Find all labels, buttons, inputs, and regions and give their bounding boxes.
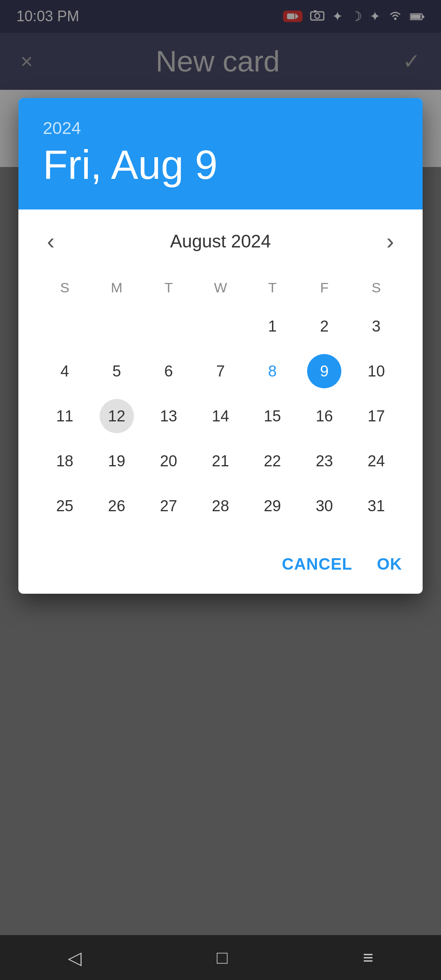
dialog-footer: CANCEL OK bbox=[18, 543, 423, 594]
date-year: 2024 bbox=[43, 118, 398, 138]
week-row-3: 11 12 13 14 15 16 17 bbox=[39, 396, 402, 437]
day-22[interactable]: 22 bbox=[247, 441, 298, 481]
day-26[interactable]: 26 bbox=[91, 486, 143, 526]
weekday-tue: T bbox=[143, 273, 194, 302]
day-8[interactable]: 8 bbox=[247, 351, 298, 392]
calendar-grid: S M T W T F S 1 2 3 4 5 bbox=[39, 273, 402, 526]
day-15[interactable]: 15 bbox=[247, 396, 298, 437]
day-25[interactable]: 25 bbox=[39, 486, 91, 526]
weekday-fri: F bbox=[298, 273, 350, 302]
menu-button[interactable]: ≡ bbox=[363, 947, 374, 968]
day-14[interactable]: 14 bbox=[194, 396, 246, 437]
week-row-4: 18 19 20 21 22 23 24 bbox=[39, 441, 402, 481]
prev-month-button[interactable]: ‹ bbox=[39, 226, 63, 257]
date-picker-dialog: 2024 Fri, Aug 9 ‹ August 2024 › S M T W … bbox=[18, 98, 423, 594]
day-empty-4 bbox=[194, 306, 246, 347]
date-display: Fri, Aug 9 bbox=[43, 142, 398, 187]
day-31[interactable]: 31 bbox=[350, 486, 402, 526]
day-empty-1 bbox=[39, 306, 91, 347]
week-row-1: 1 2 3 bbox=[39, 306, 402, 347]
day-24[interactable]: 24 bbox=[350, 441, 402, 481]
day-21[interactable]: 21 bbox=[194, 441, 246, 481]
back-button[interactable]: ◁ bbox=[68, 947, 82, 968]
day-27[interactable]: 27 bbox=[143, 486, 194, 526]
day-empty-2 bbox=[91, 306, 143, 347]
day-11[interactable]: 11 bbox=[39, 396, 91, 437]
day-20[interactable]: 20 bbox=[143, 441, 194, 481]
weekday-header-row: S M T W T F S bbox=[39, 273, 402, 302]
ok-button[interactable]: OK bbox=[377, 555, 402, 573]
next-month-button[interactable]: › bbox=[378, 226, 402, 257]
day-1[interactable]: 1 bbox=[247, 306, 298, 347]
date-header: 2024 Fri, Aug 9 bbox=[18, 98, 423, 209]
day-5[interactable]: 5 bbox=[91, 351, 143, 392]
day-16[interactable]: 16 bbox=[298, 396, 350, 437]
week-row-5: 25 26 27 28 29 30 31 bbox=[39, 486, 402, 526]
day-30[interactable]: 30 bbox=[298, 486, 350, 526]
weekday-sat: S bbox=[350, 273, 402, 302]
home-button[interactable]: □ bbox=[217, 947, 228, 968]
week-row-2: 4 5 6 7 8 9 10 bbox=[39, 351, 402, 392]
day-3[interactable]: 3 bbox=[350, 306, 402, 347]
day-6[interactable]: 6 bbox=[143, 351, 194, 392]
day-29[interactable]: 29 bbox=[247, 486, 298, 526]
weekday-thu: T bbox=[247, 273, 298, 302]
day-empty-3 bbox=[143, 306, 194, 347]
day-17[interactable]: 17 bbox=[350, 396, 402, 437]
month-title: August 2024 bbox=[170, 231, 271, 252]
weekday-sun: S bbox=[39, 273, 91, 302]
cancel-button[interactable]: CANCEL bbox=[282, 555, 352, 573]
day-2[interactable]: 2 bbox=[298, 306, 350, 347]
calendar-nav: ‹ August 2024 › bbox=[39, 226, 402, 257]
day-4[interactable]: 4 bbox=[39, 351, 91, 392]
bottom-nav: ◁ □ ≡ bbox=[0, 935, 441, 980]
day-19[interactable]: 19 bbox=[91, 441, 143, 481]
day-7[interactable]: 7 bbox=[194, 351, 246, 392]
day-28[interactable]: 28 bbox=[194, 486, 246, 526]
day-23[interactable]: 23 bbox=[298, 441, 350, 481]
day-13[interactable]: 13 bbox=[143, 396, 194, 437]
day-9-selected[interactable]: 9 bbox=[298, 351, 350, 392]
weekday-wed: W bbox=[194, 273, 246, 302]
weekday-mon: M bbox=[91, 273, 143, 302]
day-18[interactable]: 18 bbox=[39, 441, 91, 481]
calendar-body: ‹ August 2024 › S M T W T F S 1 2 bbox=[18, 209, 423, 543]
day-12[interactable]: 12 bbox=[91, 396, 143, 437]
day-10[interactable]: 10 bbox=[350, 351, 402, 392]
